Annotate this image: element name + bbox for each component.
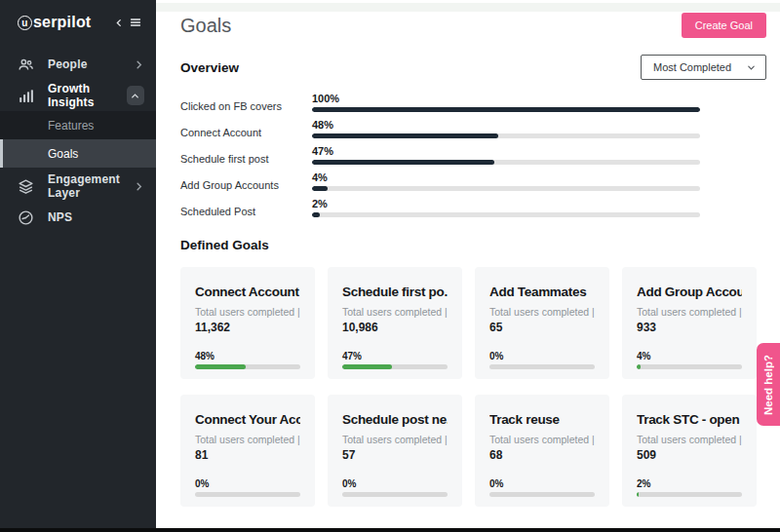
- goal-card[interactable]: Track reuse Total users completed | 68 0…: [475, 395, 609, 507]
- progress-track: [489, 364, 595, 369]
- chevron-right-icon: [134, 181, 144, 192]
- goal-card-total: 68: [489, 448, 595, 462]
- create-goal-button[interactable]: Create Goal: [682, 13, 766, 38]
- collapse-left-icon[interactable]: [114, 18, 124, 28]
- chevron-right-icon: [134, 59, 144, 70]
- progress-fill: [312, 160, 494, 165]
- userpilot-logo-icon: u: [18, 16, 32, 30]
- sort-dropdown-value: Most Completed: [653, 61, 746, 73]
- people-icon: [18, 57, 34, 73]
- defined-goals-grid: Connect Account Total users completed | …: [180, 267, 766, 507]
- progress-fill: [342, 364, 392, 369]
- goal-card[interactable]: Track STC - open Total users completed |…: [622, 395, 757, 507]
- main-content: Goals Create Goal Overview Most Complete…: [156, 0, 780, 532]
- goal-card[interactable]: Connect Your Acc... Total users complete…: [180, 395, 315, 507]
- logo-text: serpilot: [33, 14, 91, 31]
- sidebar-item-label: Growth Insights: [48, 82, 127, 109]
- goal-card-title: Schedule first po...: [342, 285, 448, 299]
- progress-track: [195, 364, 300, 369]
- goal-percent: 47%: [312, 145, 700, 157]
- goal-card-title: Schedule post ne...: [342, 412, 448, 427]
- sidebar-item-label: NPS: [48, 210, 72, 224]
- goal-card[interactable]: Connect Account Total users completed | …: [180, 267, 315, 379]
- progress-track: [342, 492, 448, 497]
- goal-card-total: 933: [637, 321, 742, 334]
- sidebar-item-label: People: [48, 57, 88, 71]
- bar-chart-icon: [18, 88, 34, 104]
- sidebar-header: userpilot: [0, 0, 156, 45]
- page-title: Goals: [180, 15, 231, 37]
- goal-card-percent: 2%: [637, 478, 742, 489]
- goal-card-percent: 48%: [195, 351, 300, 361]
- progress-track: [342, 364, 448, 369]
- menu-icon[interactable]: [129, 17, 142, 28]
- goal-card[interactable]: Schedule post ne... Total users complete…: [328, 395, 462, 507]
- sidebar: userpilot People: [0, 0, 156, 532]
- goal-percent: 2%: [312, 198, 700, 209]
- overview-bar-row: Clicked on FB covers 100%: [180, 93, 766, 112]
- overview-bar-row: Connect Account 48%: [180, 119, 766, 138]
- goal-card-total: 11,362: [195, 321, 300, 334]
- progress-track: [637, 492, 742, 497]
- progress-fill: [312, 107, 700, 112]
- progress-track: [312, 107, 700, 112]
- goal-card-percent: 0%: [489, 351, 595, 361]
- goal-card-subtitle: Total users completed |: [195, 434, 300, 445]
- goal-card-percent: 0%: [195, 478, 300, 489]
- progress-fill: [312, 133, 498, 138]
- bottom-edge: [0, 528, 780, 532]
- goal-percent: 48%: [312, 119, 700, 131]
- goal-card-title: Connect Your Acc...: [195, 412, 300, 427]
- progress-fill: [195, 364, 246, 369]
- goal-card-subtitle: Total users completed |: [342, 434, 448, 445]
- sidebar-item-engagement-layer[interactable]: Engagement Layer: [0, 171, 156, 202]
- goal-card-title: Add Group Accou...: [637, 285, 742, 299]
- goal-label: Scheduled Post: [180, 198, 312, 217]
- goal-card-subtitle: Total users completed |: [342, 306, 448, 318]
- sidebar-item-people[interactable]: People: [0, 49, 156, 80]
- sidebar-item-goals[interactable]: Goals: [0, 139, 156, 168]
- chevron-up-icon[interactable]: [127, 86, 144, 105]
- progress-track: [312, 133, 700, 138]
- overview-bar-row: Add Group Accounts 4%: [180, 171, 766, 191]
- overview-bar-row: Schedule first post 47%: [180, 145, 766, 165]
- goal-card-title: Track STC - open: [637, 412, 742, 427]
- overview-heading: Overview: [180, 60, 239, 75]
- sidebar-item-label: Engagement Layer: [48, 172, 134, 200]
- progress-track: [489, 492, 595, 497]
- sidebar-item-features[interactable]: Features: [0, 111, 156, 139]
- layers-icon: [18, 178, 34, 195]
- goal-label: Clicked on FB covers: [180, 93, 312, 112]
- goal-card-subtitle: Total users completed |: [489, 434, 595, 445]
- need-help-tab[interactable]: Need help?: [757, 343, 780, 426]
- chevron-down-icon: [746, 62, 757, 73]
- overview-bar-row: Scheduled Post 2%: [180, 198, 766, 217]
- sidebar-item-growth-insights[interactable]: Growth Insights: [0, 80, 156, 111]
- goal-card-percent: 0%: [489, 478, 595, 489]
- goal-card-total: 65: [489, 321, 595, 334]
- progress-fill: [312, 186, 328, 191]
- goal-card-subtitle: Total users completed |: [489, 306, 595, 318]
- goal-card[interactable]: Add Group Accou... Total users completed…: [622, 267, 757, 379]
- progress-track: [637, 364, 742, 369]
- goal-card-subtitle: Total users completed |: [195, 306, 300, 318]
- goal-card-total: 81: [195, 448, 300, 462]
- goal-card[interactable]: Add Teammates Total users completed | 65…: [475, 267, 609, 379]
- goal-card[interactable]: Schedule first po... Total users complet…: [328, 267, 462, 379]
- goal-label: Schedule first post: [180, 145, 312, 165]
- goal-percent: 4%: [312, 171, 700, 183]
- goal-label: Add Group Accounts: [180, 171, 312, 191]
- goal-card-subtitle: Total users completed |: [637, 306, 742, 318]
- goal-card-percent: 47%: [342, 351, 448, 361]
- overview-bars: Clicked on FB covers 100% Connect Accoun…: [180, 93, 766, 217]
- goal-percent: 100%: [312, 93, 700, 104]
- goal-card-percent: 4%: [637, 351, 742, 361]
- sidebar-item-nps[interactable]: NPS: [0, 202, 156, 233]
- sort-dropdown[interactable]: Most Completed: [641, 55, 766, 80]
- goal-card-total: 10,986: [342, 321, 448, 334]
- goal-card-title: Add Teammates: [489, 285, 595, 299]
- goal-card-total: 57: [342, 448, 448, 462]
- userpilot-logo: userpilot: [18, 14, 91, 31]
- goal-card-title: Track reuse: [489, 412, 595, 427]
- progress-track: [312, 212, 700, 217]
